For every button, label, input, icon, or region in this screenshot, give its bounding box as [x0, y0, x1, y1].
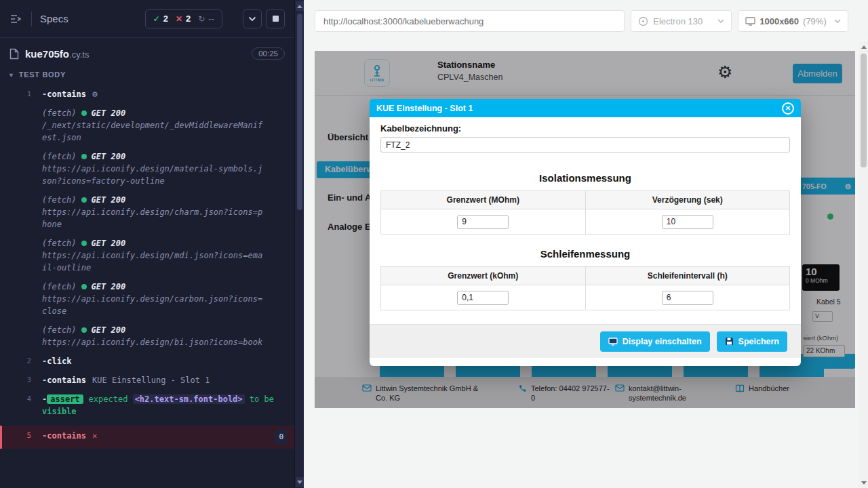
- table-cell: [585, 285, 790, 310]
- close-icon[interactable]: ✕: [782, 102, 794, 115]
- viewport-size: 1000x660: [760, 16, 799, 26]
- arrow-down-icon: [861, 481, 867, 485]
- spec-name[interactable]: kue705fo.cy.ts: [25, 48, 89, 60]
- browser-select[interactable]: Electron 130: [631, 10, 732, 32]
- fetch-log-entry[interactable]: (fetch)GET 200 /_next/static/development…: [0, 107, 294, 144]
- fetch-status: GET 200: [92, 194, 126, 206]
- scrollbar-thumb[interactable]: [297, 14, 302, 210]
- stop-button[interactable]: [266, 9, 285, 28]
- spec-file-icon: [9, 48, 19, 60]
- aut-toolbar: Electron 130 1000x660 (79%): [304, 0, 859, 42]
- stat-pending: ↻--: [198, 14, 214, 24]
- table-cell: [585, 209, 790, 235]
- error-count-badge: 0: [275, 430, 288, 445]
- fetch-status: GET 200: [92, 107, 126, 119]
- url-input[interactable]: [315, 10, 625, 32]
- fetch-url: https://api.iconify.design/mdi.json?icon…: [42, 249, 264, 274]
- grenzwert-kohm-input[interactable]: [457, 291, 509, 305]
- command-method: contains: [47, 431, 86, 441]
- isolationsmessung-table: Grenzwert (MOhm) Verzögerung (sek): [380, 190, 790, 235]
- fetch-log-entry[interactable]: (fetch)GET 200 https://api.iconify.desig…: [0, 324, 294, 348]
- divider: [31, 12, 32, 26]
- spec-extension: .cy.ts: [69, 49, 89, 60]
- fetch-tag: (fetch): [42, 324, 77, 336]
- viewport-icon: [745, 17, 755, 26]
- command-number: 2: [0, 355, 42, 367]
- fetch-log-entry[interactable]: (fetch)GET 200 https://api.iconify.desig…: [0, 237, 294, 274]
- fetch-url: https://api.iconify.design/bi.json?icons…: [42, 336, 264, 348]
- verzoegerung-sek-input[interactable]: [662, 215, 713, 229]
- scroll-up-button[interactable]: [296, 1, 304, 11]
- stat-passed: ✓2: [153, 14, 168, 24]
- viewport-select[interactable]: 1000x660 (79%): [738, 10, 848, 32]
- grenzwert-mohm-input[interactable]: [457, 215, 509, 229]
- command-message: KUE Einstellung - Slot 1: [92, 375, 210, 385]
- scrollbar-track[interactable]: [859, 42, 868, 488]
- chevron-down-icon: [834, 19, 841, 23]
- arrow-up-icon: [861, 45, 867, 49]
- command-number: 5: [2, 430, 42, 442]
- arrow-down-icon: [297, 481, 302, 484]
- status-dot-icon: [81, 110, 87, 116]
- isolationsmessung-title: Isolationsmessung: [370, 172, 801, 184]
- fetch-log-entry[interactable]: (fetch)GET 200 https://api.iconify.desig…: [0, 281, 294, 317]
- collapse-button[interactable]: [243, 9, 262, 28]
- speichern-button[interactable]: Speichern: [717, 331, 787, 352]
- chevron-down-icon: ▾: [9, 71, 14, 79]
- schleifenintervall-input[interactable]: [662, 291, 713, 305]
- fetch-status: GET 200: [92, 281, 126, 293]
- stop-icon: [273, 16, 279, 22]
- specs-menu-icon[interactable]: [9, 14, 23, 24]
- command-number: 1: [0, 88, 42, 100]
- fetch-tag: (fetch): [42, 107, 77, 119]
- schleifenmessung-table: Grenzwert (kOhm) Schleifenintervall (h): [380, 266, 790, 310]
- assert-badge: assert: [47, 394, 83, 404]
- chevron-down-icon: [248, 16, 256, 22]
- x-icon: ✕: [176, 14, 182, 24]
- reporter-controls: [243, 9, 285, 28]
- test-body-section[interactable]: ▾ TEST BODY: [0, 65, 294, 81]
- check-icon: ✓: [153, 14, 160, 24]
- kabelbezeichnung-input[interactable]: [380, 137, 790, 152]
- spec-duration: 00:25: [252, 47, 285, 60]
- scroll-up-button[interactable]: [859, 42, 868, 52]
- scrollbar-thumb[interactable]: [861, 54, 867, 167]
- display-einschalten-button[interactable]: Display einschalten: [600, 331, 710, 352]
- scroll-down-button[interactable]: [859, 478, 868, 488]
- refresh-icon: ↻: [198, 14, 205, 24]
- gear-icon: ⚙: [92, 89, 98, 99]
- browser-icon: [638, 16, 648, 26]
- command-number: 3: [0, 374, 42, 386]
- command-contains-1[interactable]: 1 -contains⚙: [0, 88, 294, 100]
- fetch-tag: (fetch): [42, 150, 77, 163]
- command-contains-2[interactable]: 3 -containsKUE Einstellung - Slot 1: [0, 374, 294, 386]
- test-body-label: TEST BODY: [19, 70, 66, 79]
- command-assert[interactable]: 4 -assertexpected <h2.text-sm.font-bold>…: [0, 393, 294, 418]
- status-dot-icon: [81, 327, 87, 333]
- window-scrollbar[interactable]: [859, 0, 868, 488]
- status-dot-icon: [81, 284, 87, 289]
- fail-x-icon: ✕: [92, 431, 97, 441]
- arrow-up-icon: [297, 5, 302, 8]
- fetch-status: GET 200: [92, 237, 126, 249]
- command-number: 4: [0, 393, 42, 405]
- stat-failed: ✕2: [176, 14, 191, 24]
- fetch-url: /_next/static/development/_devMiddleware…: [42, 119, 264, 144]
- command-log: 1 -contains⚙ (fetch)GET 200 /_next/stati…: [0, 81, 294, 488]
- fetch-url: https://api.iconify.design/charm.json?ic…: [42, 206, 264, 230]
- passed-count: 2: [163, 14, 168, 24]
- status-dot-icon: [81, 154, 87, 159]
- command-method: contains: [47, 375, 86, 385]
- fetch-log-entry[interactable]: (fetch)GET 200 https://api.iconify.desig…: [0, 194, 294, 230]
- reporter-scrollbar[interactable]: [294, 0, 304, 488]
- modal-header: KUE Einstellung - Slot 1 ✕: [370, 99, 801, 117]
- scroll-down-button[interactable]: [296, 477, 304, 487]
- command-method: click: [47, 357, 71, 366]
- command-click[interactable]: 2 -click: [0, 355, 294, 367]
- command-method: contains: [47, 89, 86, 99]
- fetch-log-entry[interactable]: (fetch)GET 200 https://api.iconify.desig…: [0, 150, 294, 187]
- schleifenmessung-title: Schleifenmessung: [370, 248, 801, 260]
- specs-label[interactable]: Specs: [40, 13, 68, 24]
- command-contains-failed[interactable]: 5 -contains✕ 0: [0, 426, 294, 449]
- chevron-down-icon: [717, 19, 724, 23]
